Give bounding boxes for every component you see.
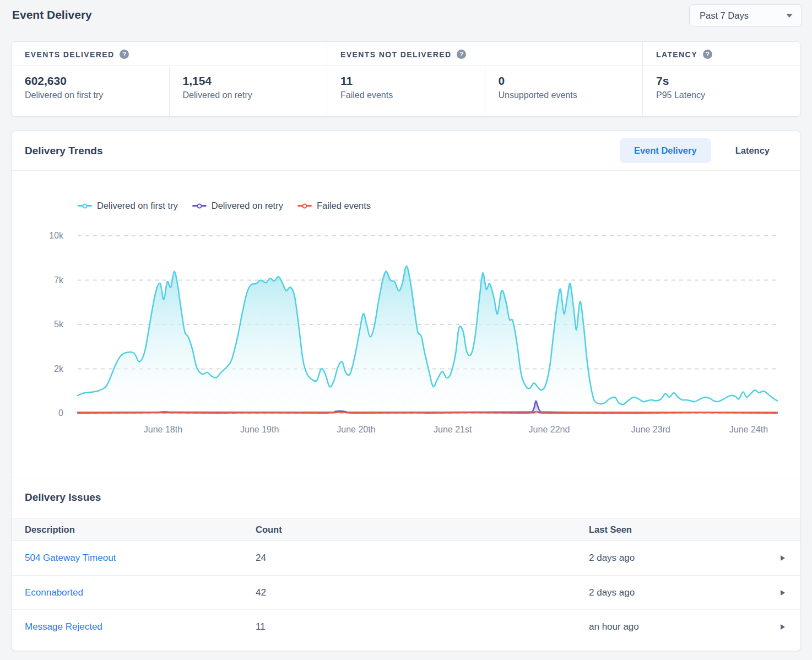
column-header-last-seen: Last Seen (589, 524, 766, 535)
issues-table-header: DescriptionCountLast Seen (12, 518, 800, 541)
metric-value: 11 (340, 74, 472, 88)
stat-group-events-delivered: EVENTS DELIVERED?602,630Delivered on fir… (12, 42, 327, 116)
metric-value: 0 (499, 74, 630, 88)
metric-p95-latency: 7sP95 Latency (643, 66, 800, 116)
stat-group-body: 7sP95 Latency (643, 66, 800, 116)
y-tick-label: 2k (54, 364, 63, 374)
trends-header: Delivery Trends Event DeliveryLatency (12, 131, 800, 171)
y-axis: 02k5k7k10k (12, 236, 78, 413)
y-tick-label: 0 (58, 408, 63, 418)
issues-section: Delivery Issues DescriptionCountLast See… (12, 478, 800, 651)
chevron-right-icon[interactable] (781, 555, 785, 561)
help-icon[interactable]: ? (457, 50, 466, 59)
legend-label: Failed events (317, 201, 371, 211)
event-delivery-dashboard: Event Delivery Past 7 Days EVENTS DELIVE… (0, 0, 812, 660)
legend-item-delivered-on-retry[interactable]: Delivered on retry (192, 201, 283, 211)
series-area-delivered-on-first-try (78, 266, 777, 413)
metric-label: P95 Latency (656, 90, 787, 100)
x-tick-label: June 19th (240, 425, 279, 435)
legend-dot-icon (197, 203, 202, 208)
y-tick-label: 5k (54, 320, 63, 329)
stat-group-label: EVENTS NOT DELIVERED (340, 50, 451, 59)
metric-value: 602,630 (25, 74, 156, 88)
table-row-504-gateway-timeout[interactable]: 504 Gateway Timeout242 days ago (12, 541, 800, 575)
stat-group-latency: LATENCY?7sP95 Latency (642, 42, 800, 116)
stat-group-events-not-delivered: EVENTS NOT DELIVERED?11Failed events0Uns… (327, 42, 642, 116)
trends-tabs: Event DeliveryLatency (620, 138, 784, 163)
metric-failed-events: 11Failed events (327, 66, 485, 116)
issue-link[interactable]: 504 Gateway Timeout (25, 553, 256, 564)
date-range-dropdown[interactable]: Past 7 Days (689, 4, 802, 26)
issue-count: 24 (256, 553, 589, 564)
delivery-trends-chart (78, 236, 777, 413)
help-icon[interactable]: ? (703, 50, 712, 59)
issue-count: 42 (256, 587, 589, 598)
issue-link[interactable]: Message Rejected (25, 621, 256, 632)
table-row-message-rejected[interactable]: Message Rejected11an hour ago (12, 609, 800, 643)
column-header-count: Count (256, 524, 589, 535)
chevron-right-icon[interactable] (781, 624, 785, 630)
legend-label: Delivered on first try (97, 201, 178, 211)
issue-count: 11 (256, 621, 589, 632)
trends-title: Delivery Trends (25, 145, 103, 157)
metric-unsupported-events: 0Unsupported events (485, 66, 643, 116)
metric-value: 1,154 (183, 74, 314, 88)
legend-item-failed-events[interactable]: Failed events (297, 201, 371, 211)
metric-delivered-on-first-try: 602,630Delivered on first try (12, 66, 169, 116)
legend-marker-icon (78, 205, 92, 207)
issues-table: DescriptionCountLast Seen504 Gateway Tim… (12, 518, 800, 643)
trends-card: Delivery Trends Event DeliveryLatency De… (11, 131, 801, 651)
plot-wrap: 02k5k7k10k (12, 236, 800, 413)
legend-dot-icon (83, 203, 88, 208)
stat-group-label: LATENCY (656, 50, 697, 59)
x-tick-label: June 24th (729, 425, 768, 435)
legend-dot-icon (302, 203, 307, 208)
chart-block: Delivered on first tryDelivered on retry… (12, 171, 800, 478)
chart-legend: Delivered on first tryDelivered on retry… (78, 201, 800, 211)
chevron-right-icon[interactable] (781, 590, 785, 596)
legend-label: Delivered on retry (212, 201, 283, 211)
series-line-failed-events (78, 412, 777, 412)
metric-value: 7s (656, 74, 787, 88)
stat-group-label: EVENTS DELIVERED (25, 50, 114, 59)
issue-last-seen: 2 days ago (589, 587, 766, 598)
legend-marker-icon (192, 205, 207, 207)
stat-group-body: 11Failed events0Unsupported events (327, 66, 642, 116)
x-tick-label: June 23rd (631, 425, 670, 435)
metric-label: Delivered on first try (25, 90, 156, 100)
metric-label: Delivered on retry (183, 90, 314, 100)
column-header-description: Description (25, 524, 256, 535)
stat-group-body: 602,630Delivered on first try1,154Delive… (12, 66, 327, 116)
x-tick-label: June 22nd (529, 425, 570, 435)
x-tick-label: June 18th (144, 425, 182, 435)
metric-label: Failed events (340, 90, 472, 100)
y-tick-label: 7k (54, 275, 63, 285)
stat-group-header: EVENTS DELIVERED? (12, 42, 327, 66)
y-tick-label: 10k (49, 231, 63, 241)
chevron-down-icon (786, 14, 793, 18)
legend-item-delivered-on-first-try[interactable]: Delivered on first try (78, 201, 178, 211)
x-tick-label: June 21st (434, 425, 472, 435)
issue-last-seen: 2 days ago (589, 553, 766, 564)
table-row-econnaborted[interactable]: Econnaborted422 days ago (12, 575, 800, 609)
issues-title: Delivery Issues (25, 491, 800, 504)
x-axis: June 18thJune 19thJune 20thJune 21stJune… (78, 421, 777, 438)
page-title: Event Delivery (12, 8, 92, 21)
stat-group-header: LATENCY? (643, 42, 800, 66)
metric-label: Unsupported events (499, 90, 630, 100)
issue-link[interactable]: Econnaborted (25, 587, 256, 598)
x-tick-label: June 20th (337, 425, 375, 435)
tab-event-delivery[interactable]: Event Delivery (620, 138, 711, 163)
stat-group-header: EVENTS NOT DELIVERED? (327, 42, 642, 66)
legend-marker-icon (297, 205, 312, 207)
top-bar: Event Delivery Past 7 Days (0, 0, 812, 41)
date-range-value: Past 7 Days (700, 10, 749, 21)
tab-latency[interactable]: Latency (721, 138, 784, 163)
metric-delivered-on-retry: 1,154Delivered on retry (169, 66, 327, 116)
stats-summary-card: EVENTS DELIVERED?602,630Delivered on fir… (11, 41, 801, 117)
issue-last-seen: an hour ago (589, 621, 766, 632)
help-icon[interactable]: ? (120, 50, 129, 59)
